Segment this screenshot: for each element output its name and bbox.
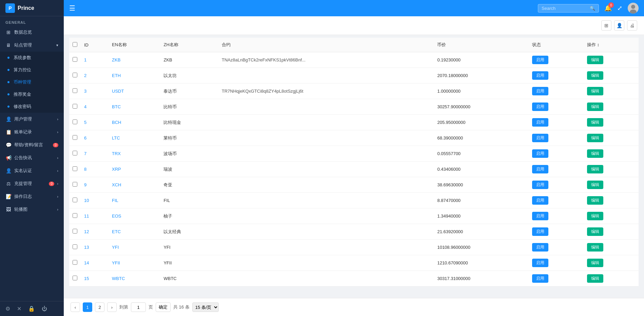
edit-button[interactable]: 编辑 <box>587 212 603 220</box>
table-row: 4 BTC 比特币 30257.90000000 启用 编辑 <box>69 99 639 115</box>
sidebar-item-user-manage[interactable]: 👤 用户管理 › <box>0 113 64 126</box>
sidebar-item-account-records[interactable]: 📋 账单记录 › <box>0 126 64 138</box>
edit-button[interactable]: 编辑 <box>587 103 603 111</box>
comment-icon: 💬 <box>5 142 12 148</box>
row-checkbox[interactable] <box>73 119 77 124</box>
enable-button[interactable]: 启用 <box>532 134 548 142</box>
edit-button[interactable]: 编辑 <box>587 87 603 95</box>
user-view-button[interactable]: 👤 <box>614 20 624 31</box>
sidebar-item-deposit-withdraw[interactable]: ⚖ 充提管理 0 › <box>0 177 64 190</box>
row-checkbox[interactable] <box>73 182 77 187</box>
row-checkbox[interactable] <box>73 213 77 218</box>
row-id: 5 <box>81 115 109 130</box>
edit-button[interactable]: 编辑 <box>587 134 603 142</box>
sidebar-item-site-manage[interactable]: 🖥 站点管理 ▾ <box>0 39 64 52</box>
row-contract <box>218 146 434 162</box>
row-status: 启用 <box>529 224 584 240</box>
sidebar-item-label: 操作日志 <box>14 193 54 200</box>
notification-bell[interactable]: 🔔 0 <box>604 4 612 12</box>
sub-item-system-params[interactable]: 系统参数 <box>0 52 64 64</box>
enable-button[interactable]: 启用 <box>532 243 548 252</box>
prev-page-button[interactable]: ‹ <box>71 302 80 312</box>
hamburger-icon[interactable]: ☰ <box>69 4 75 12</box>
edit-button[interactable]: 编辑 <box>587 259 603 267</box>
grid-view-button[interactable]: ⊞ <box>601 20 611 31</box>
enable-button[interactable]: 启用 <box>532 103 548 111</box>
print-button[interactable]: 🖨 <box>627 20 637 31</box>
row-checkbox[interactable] <box>73 198 77 202</box>
row-zh: 柚子 <box>160 208 218 224</box>
row-price: 30317.31000000 <box>434 271 529 286</box>
chevron-right-icon: › <box>57 156 58 160</box>
lock-icon[interactable]: 🔒 <box>28 305 35 312</box>
enable-button[interactable]: 启用 <box>532 196 548 205</box>
row-checkbox[interactable] <box>73 260 77 265</box>
row-checkbox[interactable] <box>73 229 77 234</box>
dashboard-icon: ⊞ <box>5 30 12 35</box>
sidebar-item-operation-logs[interactable]: 📝 操作日志 › <box>0 190 64 203</box>
user-avatar[interactable] <box>628 3 639 14</box>
goto-page-input[interactable] <box>131 302 146 312</box>
row-checkbox[interactable] <box>73 104 77 109</box>
close-icon[interactable]: ✕ <box>17 305 21 312</box>
search-input[interactable] <box>542 6 588 11</box>
chevron-right-icon: › <box>57 117 58 121</box>
edit-button[interactable]: 编辑 <box>587 181 603 189</box>
next-page-button[interactable]: › <box>107 302 117 312</box>
edit-button[interactable]: 编辑 <box>587 243 603 252</box>
edit-button[interactable]: 编辑 <box>587 71 603 80</box>
row-checkbox-cell <box>69 130 81 146</box>
row-zh: 瑞波 <box>160 162 218 177</box>
enable-button[interactable]: 启用 <box>532 259 548 267</box>
row-checkbox[interactable] <box>73 151 77 155</box>
goto-confirm-button[interactable]: 确定 <box>156 302 171 312</box>
sidebar-item-help[interactable]: 💬 帮助/资料/留言 0 <box>0 138 64 151</box>
enable-button[interactable]: 启用 <box>532 71 548 80</box>
row-checkbox[interactable] <box>73 135 77 140</box>
sidebar-item-announcements[interactable]: 📢 公告快讯 › <box>0 151 64 164</box>
sub-item-currency-manage[interactable]: 币种管理 <box>0 76 64 88</box>
enable-button[interactable]: 启用 <box>532 149 548 158</box>
enable-button[interactable]: 启用 <box>532 274 548 283</box>
enable-button[interactable]: 启用 <box>532 181 548 189</box>
sub-item-change-password[interactable]: 修改密码 <box>0 100 64 113</box>
row-en: YFII <box>109 255 160 271</box>
fullscreen-icon[interactable]: ⤢ <box>617 4 622 12</box>
edit-button[interactable]: 编辑 <box>587 165 603 173</box>
select-all-checkbox[interactable] <box>73 42 77 47</box>
chevron-right-icon: › <box>57 182 58 186</box>
carousel-icon: 🖼 <box>5 207 12 212</box>
enable-button[interactable]: 启用 <box>532 87 548 95</box>
row-checkbox[interactable] <box>73 57 77 62</box>
edit-button[interactable]: 编辑 <box>587 227 603 236</box>
row-checkbox[interactable] <box>73 73 77 77</box>
power-icon[interactable]: ⏻ <box>42 306 47 312</box>
enable-button[interactable]: 启用 <box>532 165 548 173</box>
row-checkbox[interactable] <box>73 88 77 93</box>
enable-button[interactable]: 启用 <box>532 118 548 127</box>
edit-button[interactable]: 编辑 <box>587 274 603 283</box>
row-checkbox[interactable] <box>73 276 77 280</box>
edit-button[interactable]: 编辑 <box>587 196 603 205</box>
row-checkbox[interactable] <box>73 166 77 171</box>
page-2-button[interactable]: 2 <box>95 302 104 312</box>
row-id: 15 <box>81 271 109 286</box>
sub-item-hashrate[interactable]: 算力控位 <box>0 64 64 76</box>
edit-button[interactable]: 编辑 <box>587 118 603 127</box>
enable-button[interactable]: 启用 <box>532 56 548 64</box>
page-1-button[interactable]: 1 <box>83 302 92 312</box>
row-checkbox[interactable] <box>73 244 77 249</box>
edit-button[interactable]: 编辑 <box>587 56 603 64</box>
row-actions: 编辑 <box>584 255 639 271</box>
sidebar-item-carousel[interactable]: 🖼 轮播图 › <box>0 203 64 216</box>
enable-button[interactable]: 启用 <box>532 227 548 236</box>
sidebar-item-real-name[interactable]: 👤 实名认证 › <box>0 164 64 177</box>
sub-item-referral-bonus[interactable]: 推荐奖金 <box>0 88 64 100</box>
settings-icon[interactable]: ⚙ <box>5 305 10 312</box>
per-page-select[interactable]: 15 条/页 20 条/页 50 条/页 <box>192 302 219 312</box>
enable-button[interactable]: 启用 <box>532 212 548 220</box>
edit-button[interactable]: 编辑 <box>587 149 603 158</box>
sidebar-item-dashboard[interactable]: ⊞ 数据总览 <box>0 26 64 39</box>
search-box[interactable]: 🔍 <box>538 4 599 13</box>
sidebar-item-label: 帮助/资料/留言 <box>14 142 50 148</box>
